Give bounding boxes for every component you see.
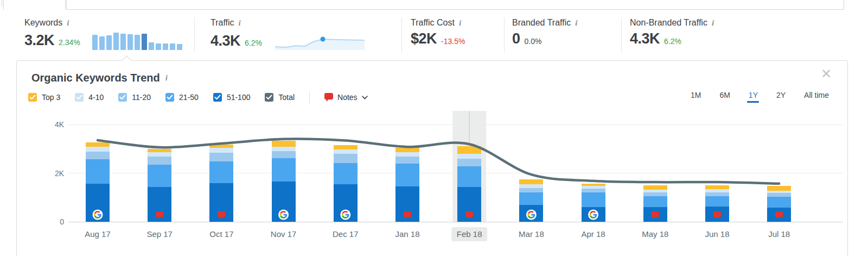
checkbox-icon[interactable] — [28, 93, 37, 102]
bar-segment-4-10[interactable] — [395, 152, 419, 157]
bar-segment-top-3[interactable] — [643, 185, 667, 190]
mini-bar[interactable] — [177, 44, 182, 50]
google-icon[interactable] — [588, 210, 598, 220]
y-axis-label: 2K — [55, 169, 65, 178]
bar-segment-top-3[interactable] — [395, 148, 419, 152]
bar-segment-top-3[interactable] — [272, 141, 296, 147]
bar-segment-21-50[interactable] — [209, 161, 233, 183]
bar-segment-11-20[interactable] — [643, 192, 667, 196]
bar-sep-17[interactable] — [148, 149, 171, 222]
bar-segment-4-10[interactable] — [457, 154, 481, 158]
bar-segment-4-10[interactable] — [334, 149, 358, 154]
bar-segment-11-20[interactable] — [209, 153, 233, 162]
info-icon[interactable]: i — [67, 19, 69, 27]
close-icon[interactable]: ✕ — [820, 66, 833, 82]
info-icon[interactable]: i — [459, 19, 461, 27]
range-1y[interactable]: 1Y — [745, 90, 761, 103]
info-icon[interactable]: i — [239, 19, 241, 27]
mini-bar[interactable] — [149, 42, 154, 50]
bar-segment-21-50[interactable] — [457, 166, 481, 187]
bar-segment-4-10[interactable] — [582, 186, 605, 189]
google-icon[interactable] — [340, 210, 350, 220]
bar-segment-21-50[interactable] — [148, 165, 171, 187]
mini-bar[interactable] — [106, 35, 112, 50]
bar-segment-21-50[interactable] — [519, 192, 543, 205]
sparkline-dot[interactable] — [320, 37, 325, 42]
bar-segment-top-3[interactable] — [519, 179, 543, 184]
range-all-time[interactable]: All time — [801, 90, 832, 103]
info-icon[interactable]: i — [575, 19, 577, 27]
range-1m[interactable]: 1M — [687, 90, 704, 103]
bar-segment-4-10[interactable] — [148, 152, 171, 157]
bar-segment-4-10[interactable] — [272, 147, 296, 151]
mini-bar[interactable] — [156, 43, 161, 50]
checkbox-icon[interactable] — [265, 93, 273, 102]
mini-bar[interactable] — [142, 34, 147, 50]
bar-segment-11-20[interactable] — [272, 151, 296, 158]
bar-segment-11-20[interactable] — [519, 188, 543, 192]
legend-item-11-20[interactable]: 11-20 — [118, 93, 151, 102]
bar-segment-21-50[interactable] — [86, 159, 110, 183]
total-line[interactable] — [98, 139, 779, 184]
mini-bar[interactable] — [99, 36, 105, 50]
bar-segment-11-20[interactable] — [148, 157, 171, 165]
checkbox-icon[interactable] — [165, 93, 174, 102]
bar-jan-18[interactable] — [395, 148, 419, 222]
mini-bar[interactable] — [120, 34, 126, 50]
range-2y[interactable]: 2Y — [773, 90, 789, 103]
keywords-mini-bar-chart[interactable] — [92, 32, 182, 50]
checkbox-icon[interactable] — [118, 93, 127, 102]
mini-bar[interactable] — [113, 33, 119, 50]
bar-oct-17[interactable] — [209, 145, 233, 222]
legend-item-total[interactable]: Total — [265, 93, 295, 102]
info-icon[interactable]: i — [165, 74, 168, 82]
google-icon[interactable] — [93, 210, 103, 220]
legend-item-51-100[interactable]: 51-100 — [213, 93, 251, 102]
bar-segment-top-3[interactable] — [86, 142, 110, 147]
legend-item-top-3[interactable]: Top 3 — [28, 93, 60, 102]
mini-bar[interactable] — [170, 43, 175, 50]
info-icon[interactable]: i — [712, 19, 714, 27]
bar-segment-top-3[interactable] — [334, 145, 358, 149]
bar-segment-21-50[interactable] — [334, 163, 358, 185]
bar-segment-11-20[interactable] — [86, 152, 110, 160]
bar-segment-11-20[interactable] — [705, 192, 729, 196]
bar-segment-top-3[interactable] — [767, 186, 791, 191]
bar-segment-top-3[interactable] — [705, 185, 729, 189]
bar-segment-top-3[interactable] — [148, 149, 171, 152]
active-tab[interactable] — [3, 0, 66, 10]
traffic-sparkline[interactable] — [275, 33, 367, 51]
checkbox-icon[interactable] — [75, 93, 84, 102]
bar-feb-18[interactable] — [457, 146, 481, 222]
bar-segment-11-20[interactable] — [767, 193, 791, 197]
mini-bar[interactable] — [127, 34, 133, 50]
bar-segment-top-3[interactable] — [582, 184, 605, 186]
bar-segment-21-50[interactable] — [643, 196, 667, 207]
notes-dropdown[interactable]: Notes — [324, 93, 368, 102]
range-6m[interactable]: 6M — [716, 90, 733, 103]
bar-segment-4-10[interactable] — [519, 184, 543, 188]
bar-segment-4-10[interactable] — [209, 148, 233, 153]
bar-segment-11-20[interactable] — [457, 159, 481, 167]
bar-segment-4-10[interactable] — [86, 147, 110, 152]
legend-item-4-10[interactable]: 4-10 — [75, 93, 104, 102]
bar-segment-11-20[interactable] — [582, 189, 605, 192]
legend-item-21-50[interactable]: 21-50 — [165, 93, 199, 102]
bar-segment-21-50[interactable] — [272, 158, 296, 181]
bar-segment-21-50[interactable] — [767, 197, 791, 207]
checkbox-icon[interactable] — [213, 93, 222, 102]
bar-segment-21-50[interactable] — [582, 192, 605, 207]
google-icon[interactable] — [278, 210, 289, 220]
google-icon[interactable] — [526, 210, 537, 220]
bar-segment-11-20[interactable] — [334, 154, 358, 163]
bar-segment-11-20[interactable] — [395, 157, 419, 164]
mini-bar[interactable] — [135, 35, 140, 50]
bar-segment-21-50[interactable] — [395, 164, 419, 186]
bar-segment-4-10[interactable] — [767, 191, 791, 193]
bar-segment-4-10[interactable] — [643, 190, 667, 192]
inactive-tab[interactable] — [66, 0, 844, 10]
bar-segment-21-50[interactable] — [705, 196, 729, 207]
mini-bar[interactable] — [92, 35, 98, 50]
bar-segment-4-10[interactable] — [705, 189, 729, 192]
mini-bar[interactable] — [163, 43, 168, 50]
